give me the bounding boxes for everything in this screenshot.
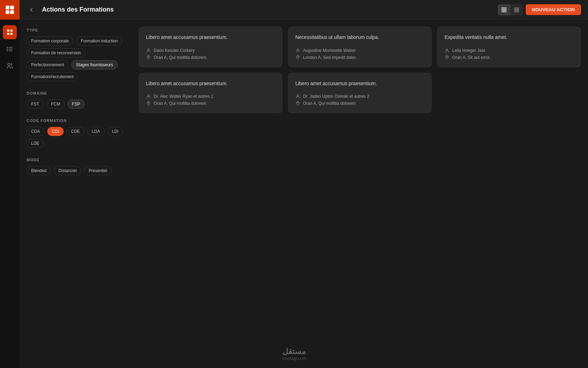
svg-point-25 — [148, 49, 149, 50]
svg-point-27 — [297, 49, 299, 50]
view-toggle — [498, 4, 523, 15]
tag-ldi[interactable]: LDI — [107, 127, 123, 136]
filters-panel: TYPE Formation corporate Formation induc… — [20, 20, 132, 368]
tag-distanciel[interactable]: Distanciel — [54, 166, 81, 175]
tag-fsp[interactable]: FSP — [68, 100, 85, 109]
person-icon — [146, 48, 151, 53]
svg-rect-17 — [502, 10, 504, 12]
card-4-meta: Dr. Alec Walter Ryan et autres 1 Oran A,… — [146, 94, 275, 106]
svg-point-32 — [148, 102, 149, 103]
svg-rect-0 — [6, 6, 9, 9]
location-icon — [444, 55, 449, 60]
svg-rect-22 — [517, 9, 519, 10]
tag-lda[interactable]: LDA — [87, 127, 104, 136]
card-2[interactable]: Necessitatibus ut ullam laborum culpa. A… — [288, 27, 432, 67]
svg-point-12 — [7, 49, 8, 49]
card-3-meta: Leila Hoeger Jast Oran A, Sit aut error. — [444, 48, 574, 60]
person-icon — [295, 48, 300, 53]
card-2-meta: Augustine Morissette Weber London A, Sed… — [295, 48, 425, 60]
sidebar-item-users[interactable] — [3, 59, 17, 73]
card-4-person: Dr. Alec Walter Ryan et autres 1 — [146, 94, 275, 99]
card-1-title: Libero amet accusamus praesentium. — [146, 34, 275, 41]
svg-rect-19 — [514, 8, 516, 9]
svg-rect-5 — [10, 30, 13, 32]
card-5-person: Dr. Jaden Upton Osinski et autres 2 — [295, 94, 425, 99]
page-title: Actions des Formations — [42, 6, 492, 13]
svg-point-31 — [148, 95, 149, 97]
card-4[interactable]: Libero amet accusamus praesentium. Dr. A… — [139, 73, 282, 114]
tag-fst[interactable]: FST — [27, 100, 44, 109]
app-logo[interactable] — [0, 0, 20, 20]
svg-rect-16 — [504, 8, 506, 9]
svg-rect-6 — [7, 33, 9, 35]
card-5-location: Oran A, Qui mollitia dolorem. — [295, 101, 425, 106]
card-2-location: London A, Sed impedit dolor. — [295, 55, 425, 60]
svg-rect-1 — [10, 6, 14, 9]
tag-cdi[interactable]: CDI — [47, 127, 64, 136]
svg-point-30 — [447, 56, 448, 57]
card-5-title: Libero amet accusamus praesentium. — [295, 80, 425, 87]
cards-area: Libero amet accusamus praesentium. Dario… — [132, 20, 588, 368]
filter-mode-label: MODE — [27, 158, 125, 162]
cards-grid: Libero amet accusamus praesentium. Dario… — [139, 27, 581, 113]
card-3[interactable]: Expedita veritatis nulla amet. Leila Hoe… — [437, 27, 581, 67]
filter-mode-tags: Blended Distanciel Présentiel — [27, 166, 125, 175]
svg-rect-21 — [514, 9, 516, 10]
content-area: TYPE Formation corporate Formation induc… — [20, 20, 588, 368]
tag-presentiel[interactable]: Présentiel — [84, 166, 112, 175]
grid-view-button[interactable] — [498, 4, 510, 15]
tag-cde[interactable]: CDE — [66, 127, 84, 136]
tag-induction[interactable]: Formation induction — [76, 36, 122, 46]
tag-cda[interactable]: CDA — [27, 127, 44, 136]
tag-stages[interactable]: Stages fournisseurs — [71, 60, 118, 69]
back-button[interactable] — [27, 5, 36, 15]
nouveau-action-button[interactable]: NOUVEAU ACTION — [526, 4, 581, 15]
tag-corporate[interactable]: Formation corporate — [27, 36, 74, 46]
svg-rect-24 — [517, 11, 519, 12]
svg-rect-20 — [517, 8, 519, 9]
card-3-location: Oran A, Sit aut error. — [444, 55, 574, 60]
header-actions: NOUVEAU ACTION — [498, 4, 581, 15]
header: Actions des Formations — [20, 0, 588, 20]
tag-perfectionnement[interactable]: Perfectionnement — [27, 60, 69, 69]
svg-point-33 — [297, 95, 299, 97]
main-content: Actions des Formations — [20, 0, 588, 368]
card-5[interactable]: Libero amet accusamus praesentium. Dr. J… — [288, 73, 432, 114]
sidebar-item-dashboard[interactable] — [3, 25, 17, 39]
filter-code-label: CODE FORMATION — [27, 118, 125, 123]
filter-domaine-label: DOMAINE — [27, 91, 125, 95]
svg-rect-3 — [10, 10, 14, 14]
svg-point-14 — [8, 63, 10, 66]
tag-blended[interactable]: Blended — [27, 166, 51, 175]
person-icon — [295, 94, 300, 99]
card-1-location: Oran A, Qui mollitia dolorem. — [146, 55, 275, 60]
tag-fcm[interactable]: FCM — [47, 100, 65, 109]
card-4-location: Oran A, Qui mollitia dolorem. — [146, 101, 275, 106]
svg-rect-23 — [514, 11, 516, 12]
sidebar-item-list[interactable] — [3, 42, 17, 56]
card-3-title: Expedita veritatis nulla amet. — [444, 34, 574, 41]
card-4-title: Libero amet accusamus praesentium. — [146, 80, 275, 87]
filter-code-section: CODE FORMATION CDA CDI CDE LDA LDI LDE — [27, 118, 125, 148]
card-1-person: Dario Kessler Corkery — [146, 48, 275, 53]
filter-code-tags: CDA CDI CDE LDA LDI LDE — [27, 127, 125, 148]
person-icon — [146, 94, 151, 99]
svg-rect-4 — [7, 30, 9, 32]
svg-point-26 — [148, 56, 149, 57]
tag-reconversion[interactable]: Formation de reconversion — [27, 48, 86, 57]
list-view-button[interactable] — [510, 4, 523, 15]
svg-rect-2 — [6, 10, 9, 14]
svg-point-34 — [297, 102, 298, 103]
sidebar — [0, 0, 20, 368]
tag-lde[interactable]: LDE — [27, 139, 44, 148]
location-icon — [146, 101, 151, 106]
filter-type-tags: Formation corporate Formation induction … — [27, 36, 125, 81]
tag-recrutement[interactable]: Formation/recrutement — [27, 72, 78, 81]
svg-point-29 — [446, 49, 448, 50]
filter-domaine-section: DOMAINE FST FCM FSP — [27, 91, 125, 109]
svg-point-28 — [297, 56, 298, 57]
card-1[interactable]: Libero amet accusamus praesentium. Dario… — [139, 27, 282, 67]
filter-type-label: TYPE — [27, 28, 125, 32]
location-icon — [295, 55, 300, 60]
svg-rect-15 — [502, 8, 504, 9]
